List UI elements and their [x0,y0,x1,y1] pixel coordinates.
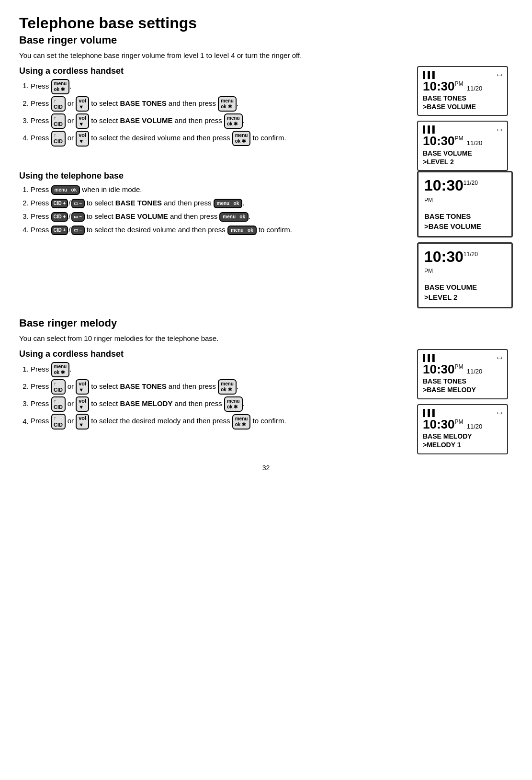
cid-button-3: ↑CID [51,131,66,146]
section-heading-base-ringer-melody: Base ringer melody [19,317,513,329]
vol-down-melody-button-2: vol▼ [76,396,89,412]
screen-base-time-1: 10:3011/20PM [424,177,506,211]
screen-line-1a: BASE TONES [423,94,502,102]
menu-ok-button-2: menuok ✱ [218,96,237,112]
screen-base-tones-1: ▌▌▌ ▭ 10:30PM 11/20 BASE TONES >BASE VOL… [417,66,508,116]
vol-down-button-2: vol▼ [76,113,89,129]
step-3-3: Press ↑CID or vol▼ to select BASE MELODY… [31,396,407,412]
step-1-4: Press ↑CID or vol▼ to select the desired… [31,131,407,146]
screen-melody-time-2: 10:30PM 11/20 [423,418,502,431]
instructions-cordless-1: Using a cordless handset Press menuok ✱.… [19,66,407,151]
screen-base-melody-melody: ▌▌▌ ▭ 10:30PM 11/20 BASE MELODY >MELODY … [417,404,508,454]
step-2-4: Press CID +/▭ − to select the desired vo… [31,224,407,236]
cid-button: ↑CID [51,96,66,112]
screen-melody-line-1b: >BASE MELODY [423,385,502,394]
cid-plus-button-2: CID + [51,212,68,222]
instructions-cordless-melody: Using a cordless handset Press menuok ✱.… [19,349,407,434]
menu-ok-button-3: menuok ✱ [224,113,243,129]
screen-melody-line-2a: BASE MELODY [423,432,502,441]
section-intro-base-ringer-melody: You can select from 10 ringer melodies f… [19,333,513,344]
menu-ok-melody-button-4: menuok ✱ [232,414,251,430]
screen-base-tones-melody: ▌▌▌ ▭ 10:30PM 11/20 BASE TONES >BASE MEL… [417,349,508,399]
steps-list-cordless-1: Press menuok ✱. Press ↑CID or vol▼ to se… [31,79,407,147]
battery-icon-melody-1: ▭ [497,354,502,361]
vol-down-button-3: vol▼ [76,131,89,146]
section-intro-base-ringer-volume: You can set the telephone base ringer vo… [19,50,513,61]
cid-melody-button-2: ↑CID [51,396,66,412]
menu-ok-melody-button: menuok ✱ [51,362,70,377]
step-1-2: Press ↑CID or vol▼ to select BASE TONES … [31,96,407,112]
step-2-2: Press CID +/▭ − to select BASE TONES and… [31,197,407,209]
cid-melody-button-3: ↑CID [51,414,66,429]
signal-bars-icon-melody-1: ▌▌▌ [423,354,437,362]
step-3-2: Press ↑CID or vol▼ to select BASE TONES … [31,379,407,395]
screen-line-2b: >LEVEL 2 [423,158,502,166]
screen-base-line-2a: BASE VOLUME [424,282,506,292]
screen-col-cordless-1: ▌▌▌ ▭ 10:30PM 11/20 BASE TONES >BASE VOL… [417,66,513,171]
screen-col-base-1: 10:3011/20PM BASE TONES >BASE VOLUME 10:… [417,171,513,308]
subsection-cordless-melody: Using a cordless handset Press menuok ✱.… [19,349,513,454]
menu-ok-base-button-2: menu ok [214,199,243,208]
screen-melody-line-2b: >MELODY 1 [423,441,502,449]
battery-icon-melody-2: ▭ [497,409,502,416]
step-3-4: Press ↑CID or vol▼ to select the desired… [31,414,407,429]
menu-ok-melody-button-2: menuok ✱ [218,379,237,395]
menu-ok-base-button-4: menu ok [227,226,257,235]
menu-ok-button: menuok ✱ [51,79,70,94]
step-1-1: Press menuok ✱. [31,79,407,94]
screen-base-line-1a: BASE TONES [424,211,506,221]
signal-bars-icon-melody-2: ▌▌▌ [423,409,437,417]
step-2-1: Press menu ok when in idle mode. [31,184,407,195]
steps-list-cordless-melody: Press menuok ✱. Press ↑CID or vol▼ to se… [31,362,407,430]
vol-down-melody-button: vol▼ [76,379,89,395]
screen-line-2a: BASE VOLUME [423,149,502,158]
subheading-base-1: Using the telephone base [19,171,407,181]
screen-base-tones-base: 10:3011/20PM BASE TONES >BASE VOLUME [417,171,513,237]
menu-ok-button-4: menuok ✱ [232,131,251,146]
signal-bars-icon: ▌▌▌ [423,71,437,79]
subheading-cordless-melody: Using a cordless handset [19,349,407,359]
screen-base-volume-base: 10:3011/20PM BASE VOLUME >LEVEL 2 [417,242,513,308]
page-number: 32 [19,464,513,472]
subsection-base-1: Using the telephone base Press menu ok w… [19,171,513,308]
signal-bars-icon-2: ▌▌▌ [423,125,437,133]
step-1-3: Press ↑CID or vol▼ to select BASE VOLUME… [31,113,407,129]
section-heading-base-ringer-volume: Base ringer volume [19,34,513,46]
screen-line-1b: >BASE VOLUME [423,102,502,111]
instructions-base-1: Using the telephone base Press menu ok w… [19,171,407,240]
page-title: Telephone base settings [19,14,513,32]
cid-plus-button-3: CID + [51,226,68,235]
menu-ok-melody-button-3: menuok ✱ [224,396,243,412]
screen-base-volume-1: ▌▌▌ ▭ 10:30PM 11/20 BASE VOLUME >LEVEL 2 [417,121,508,171]
step-2-3: Press CID +/▭ − to select BASE VOLUME an… [31,211,407,222]
steps-list-base-1: Press menu ok when in idle mode. Press C… [31,184,407,236]
screen-col-cordless-melody: ▌▌▌ ▭ 10:30PM 11/20 BASE TONES >BASE MEL… [417,349,513,454]
subsection-cordless-1: Using a cordless handset Press menuok ✱.… [19,66,513,171]
screen-time-1: 10:30PM 11/20 [423,79,502,93]
screen-melody-line-1a: BASE TONES [423,377,502,385]
vol-down-melody-button-3: vol▼ [76,414,89,429]
battery-icon: ▭ [497,71,502,78]
screen-time-2: 10:30PM 11/20 [423,134,502,148]
cid-plus-button: CID + [51,199,68,208]
vol-minus-button: ▭ − [71,199,85,208]
menu-ok-base-button: menu ok [51,185,80,195]
screen-base-line-1b: >BASE VOLUME [424,221,506,231]
screen-base-time-2: 10:3011/20PM [424,249,506,282]
section-base-ringer-volume: Base ringer volume You can set the telep… [19,34,513,308]
section-base-ringer-melody: Base ringer melody You can select from 1… [19,317,513,454]
vol-down-button: vol▼ [76,96,89,112]
battery-icon-2: ▭ [497,126,502,133]
screen-base-line-2b: >LEVEL 2 [424,292,506,302]
cid-button-2: ↑CID [51,113,66,129]
step-3-1: Press menuok ✱. [31,362,407,377]
menu-ok-base-button-3: menu ok [219,212,249,222]
cid-melody-button: ↑CID [51,379,66,395]
screen-melody-time-1: 10:30PM 11/20 [423,362,502,376]
subheading-cordless-1: Using a cordless handset [19,66,407,76]
vol-minus-button-3: ▭ − [71,226,85,235]
vol-minus-button-2: ▭ − [71,212,85,222]
